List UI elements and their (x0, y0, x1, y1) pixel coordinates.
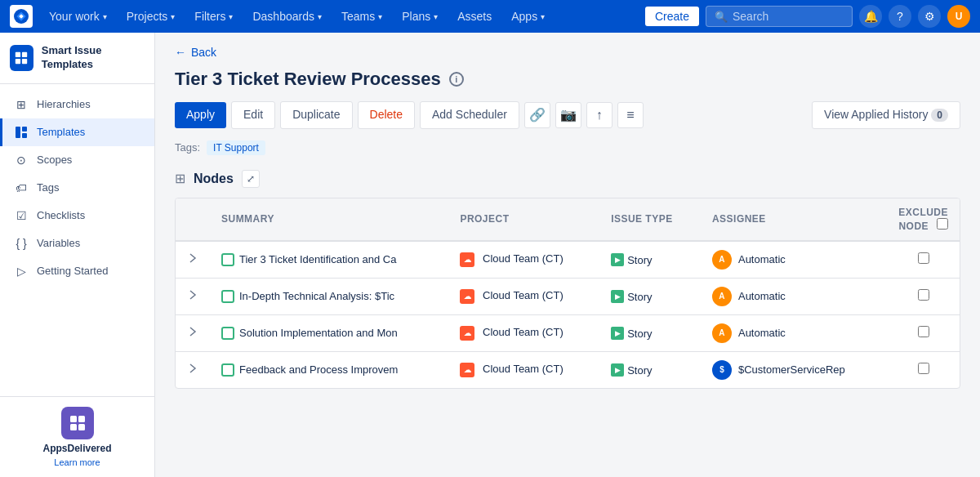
checklists-icon: ☑ (14, 208, 29, 223)
nav-plans[interactable]: Plans ▾ (395, 7, 444, 26)
row-summary-3: Solution Implementation and Mon (210, 314, 448, 351)
sidebar-item-variables[interactable]: { } Variables (0, 230, 154, 257)
edit-button[interactable]: Edit (231, 101, 275, 129)
sidebar-item-label: Scopes (37, 154, 72, 166)
row-expand-btn-3[interactable] (176, 314, 210, 351)
history-count-badge: 0 (931, 109, 948, 122)
nav-filters[interactable]: Filters ▾ (188, 7, 239, 26)
help-button[interactable]: ? (889, 5, 911, 28)
sidebar-item-hierarchies[interactable]: ⊞ Hierarchies (0, 91, 154, 118)
nodes-table-container: Summary Project Issue Type Assignee Excl… (175, 198, 960, 389)
row-assignee-4: $ $CustomerServiceRep (701, 351, 887, 388)
tags-row: Tags: IT Support (175, 140, 960, 155)
table-row: Tier 3 Ticket Identification and Ca ☁ Cl… (176, 241, 960, 279)
row-exclude-3[interactable] (887, 314, 960, 351)
view-history-label[interactable]: View Applied History 0 (812, 101, 960, 129)
nav-your-work[interactable]: Your work ▾ (42, 7, 114, 26)
sidebar-item-checklists[interactable]: ☑ Checklists (0, 202, 154, 230)
story-type-icon: ▶ (611, 363, 624, 377)
notifications-button[interactable]: 🔔 (859, 5, 882, 28)
row-expand-btn-1[interactable] (176, 241, 210, 279)
table-header-row: Summary Project Issue Type Assignee Excl… (176, 198, 960, 241)
row-summary-4: Feedback and Process Improvem (210, 351, 448, 388)
sidebar-logo-area: Smart Issue Templates (0, 33, 154, 84)
export-icon-button[interactable]: ↑ (586, 102, 612, 128)
row-expand-btn-4[interactable] (176, 351, 210, 388)
table-row: Feedback and Process Improvem ☁ Cloud Te… (176, 351, 960, 388)
jira-logo[interactable] (10, 5, 33, 28)
exclude-node-checkbox-1[interactable] (918, 252, 929, 264)
variables-icon: { } (14, 236, 29, 251)
sidebar-nav: ⊞ Hierarchies Templates ⊙ Scopes 🏷 Tags … (0, 84, 154, 396)
view-history-button[interactable]: View Applied History 0 (812, 101, 960, 129)
search-bar[interactable]: 🔍 (706, 6, 853, 27)
chevron-down-icon: ▾ (541, 12, 545, 21)
back-button[interactable]: ← Back (175, 46, 216, 59)
row-exclude-2[interactable] (887, 278, 960, 314)
info-icon[interactable]: i (449, 72, 464, 87)
link-icon: 🔗 (529, 107, 546, 123)
sidebar-app-name: Smart Issue Templates (42, 44, 145, 72)
chevron-down-icon: ▾ (171, 12, 175, 21)
sidebar-item-label: Checklists (37, 209, 85, 221)
svg-rect-10 (70, 424, 77, 430)
project-icon: ☁ (460, 363, 474, 377)
back-arrow-icon: ← (175, 46, 186, 59)
project-icon: ☁ (460, 326, 474, 341)
learn-more-link[interactable]: Learn more (54, 457, 100, 467)
chevron-right-icon (187, 363, 198, 374)
nav-apps[interactable]: Apps ▾ (505, 7, 551, 26)
sidebar-item-getting-started[interactable]: ▷ Getting Started (0, 257, 154, 285)
story-type-icon: ▶ (611, 327, 624, 340)
user-avatar[interactable]: U (947, 5, 970, 28)
nav-projects[interactable]: Projects ▾ (120, 7, 182, 26)
row-expand-btn-2[interactable] (176, 278, 210, 314)
row-exclude-1[interactable] (887, 241, 960, 279)
app-logo-icon (10, 45, 33, 71)
search-input[interactable] (733, 10, 844, 23)
duplicate-button[interactable]: Duplicate (280, 101, 352, 129)
tag-chip[interactable]: IT Support (207, 140, 265, 155)
chevron-down-icon: ▾ (229, 12, 233, 21)
link-icon-button[interactable]: 🔗 (524, 102, 550, 128)
svg-rect-5 (16, 127, 20, 138)
nodes-expand-button[interactable]: ⤢ (242, 170, 260, 188)
exclude-node-checkbox-4[interactable] (918, 363, 929, 374)
svg-rect-7 (22, 133, 27, 138)
sidebar-item-label: Variables (37, 237, 80, 249)
sidebar-item-scopes[interactable]: ⊙ Scopes (0, 146, 154, 174)
delete-button[interactable]: Delete (358, 101, 415, 129)
svg-rect-4 (22, 59, 27, 64)
nodes-header: ⊞ Nodes ⤢ (175, 170, 960, 188)
menu-icon-button[interactable]: ≡ (617, 102, 644, 128)
table-row: Solution Implementation and Mon ☁ Cloud … (176, 314, 960, 351)
svg-rect-1 (16, 52, 20, 57)
assignee-avatar: A (712, 323, 732, 343)
nav-assets[interactable]: Assets (451, 7, 498, 26)
nav-teams[interactable]: Teams ▾ (335, 7, 389, 26)
chevron-right-icon (187, 289, 198, 301)
search-icon: 🔍 (715, 11, 728, 23)
exclude-node-checkbox-2[interactable] (918, 289, 929, 301)
row-exclude-4[interactable] (887, 351, 960, 388)
exclude-node-checkbox-3[interactable] (918, 326, 929, 337)
apps-delivered-name: AppsDelivered (42, 443, 111, 454)
row-issue-type-1: ▶ Story (599, 241, 701, 279)
sidebar-item-tags[interactable]: 🏷 Tags (0, 174, 154, 202)
top-navigation: Your work ▾ Projects ▾ Filters ▾ Dashboa… (0, 0, 980, 33)
apply-button[interactable]: Apply (175, 102, 226, 128)
assignee-avatar: A (712, 287, 732, 306)
svg-rect-2 (22, 52, 27, 57)
exclude-all-checkbox[interactable] (937, 218, 948, 230)
create-button[interactable]: Create (645, 7, 699, 26)
nav-dashboards[interactable]: Dashboards ▾ (246, 7, 328, 26)
camera-icon-button[interactable]: 📷 (555, 102, 581, 128)
project-icon: ☁ (460, 252, 474, 267)
sidebar-item-templates[interactable]: Templates (0, 118, 154, 146)
row-project-4: ☁ Cloud Team (CT) (448, 351, 599, 388)
row-summary-2: In-Depth Technical Analysis: $Tic (210, 278, 448, 314)
settings-button[interactable]: ⚙ (918, 5, 941, 28)
sidebar: Smart Issue Templates ⊞ Hierarchies Temp… (0, 33, 155, 477)
camera-icon: 📷 (560, 107, 577, 123)
add-scheduler-button[interactable]: Add Scheduler (420, 101, 519, 129)
